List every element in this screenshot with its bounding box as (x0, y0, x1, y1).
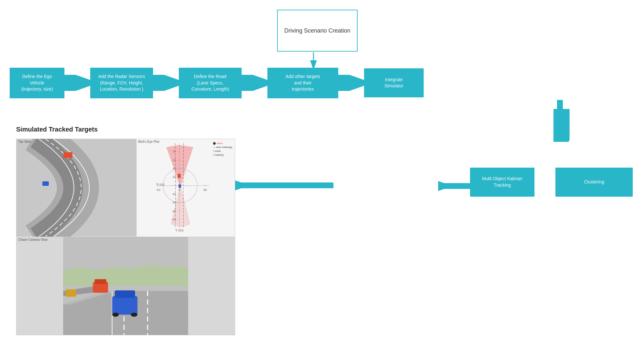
flow-box-integrate-label: IntegrateSimulator (384, 77, 403, 89)
page-container: Driving Scenario Creation Define the Ego… (0, 0, 644, 353)
legend-lane: — lane markings (213, 145, 232, 149)
flow-box-add-radar: Add the Radar Sensors(Range, FOV, Height… (90, 68, 153, 98)
arrow-1 (64, 75, 90, 91)
chase-camera-svg (16, 237, 235, 335)
legend-track: □ track (213, 149, 232, 153)
flow-box-define-ego-label: Define the Ego Vehicle(trajectory, size) (15, 74, 59, 93)
arrow-4 (338, 75, 364, 91)
title-box: Driving Scenario Creation (277, 10, 358, 52)
section-title: Simulated Tracked Targets (16, 126, 98, 133)
flow-box-add-radar-label: Add the Radar Sensors(Range, FOV, Height… (98, 74, 145, 93)
title-text: Driving Scenario Creation (284, 27, 350, 34)
clustering-box: Clustering (555, 168, 633, 197)
svg-rect-17 (63, 152, 72, 158)
kalman-label: Multi Object Kalman Tracking (474, 176, 531, 188)
svg-text:-80: -80 (203, 188, 207, 191)
chase-camera-label: Chase Camera View (18, 238, 48, 241)
svg-text:Y (m): Y (m) (175, 228, 184, 232)
flow-box-add-targets-label: Add other targetsand theirtrajectories (285, 74, 320, 93)
flow-row: Define the Ego Vehicle(trajectory, size)… (10, 68, 424, 98)
integrate-down-arrow (553, 100, 570, 142)
flow-box-define-ego: Define the Ego Vehicle(trajectory, size) (10, 68, 64, 98)
svg-rect-63 (66, 289, 76, 297)
flow-box-add-targets: Add other targetsand theirtrajectories (267, 68, 338, 98)
svg-text:-50: -50 (156, 188, 160, 191)
kalman-to-sim-arrow (235, 178, 335, 194)
top-view-label: Top View (18, 140, 31, 143)
kalman-box: Multi Object Kalman Tracking (470, 168, 534, 197)
flow-box-integrate: IntegrateSimulator (364, 68, 424, 97)
arrow-3 (242, 75, 267, 91)
svg-point-61 (112, 313, 119, 317)
svg-rect-60 (115, 290, 135, 298)
flow-box-define-road: Define the Road(Lane Specs,Curvature, Le… (179, 68, 242, 98)
svg-rect-58 (95, 279, 107, 284)
sim-area: Top View (16, 139, 235, 335)
top-view-panel: Top View (16, 139, 137, 237)
legend-history: □ history) (213, 153, 232, 157)
birds-eye-legend: ⬤ radar — lane markings □ track □ histor… (213, 142, 232, 157)
flow-box-define-road-label: Define the Road(Lane Specs,Curvature, Le… (191, 74, 229, 93)
top-view-road (16, 139, 136, 237)
legend-radar: ⬤ radar (213, 142, 232, 145)
title-down-arrow (309, 52, 328, 68)
svg-text:-20: -20 (172, 192, 176, 196)
svg-rect-18 (42, 181, 49, 186)
arrow-2 (153, 75, 179, 91)
birds-eye-label: Bird's-Eye Plot (138, 140, 159, 143)
sim-top-row: Top View (16, 139, 235, 237)
svg-rect-59 (112, 296, 138, 315)
clustering-label: Clustering (584, 179, 604, 185)
chase-camera-panel: Chase Camera View (16, 237, 235, 335)
svg-point-62 (131, 313, 138, 317)
svg-rect-45 (178, 174, 180, 178)
birds-eye-panel: Bird's-Eye Plot ⬤ radar — lane markings … (137, 139, 235, 237)
